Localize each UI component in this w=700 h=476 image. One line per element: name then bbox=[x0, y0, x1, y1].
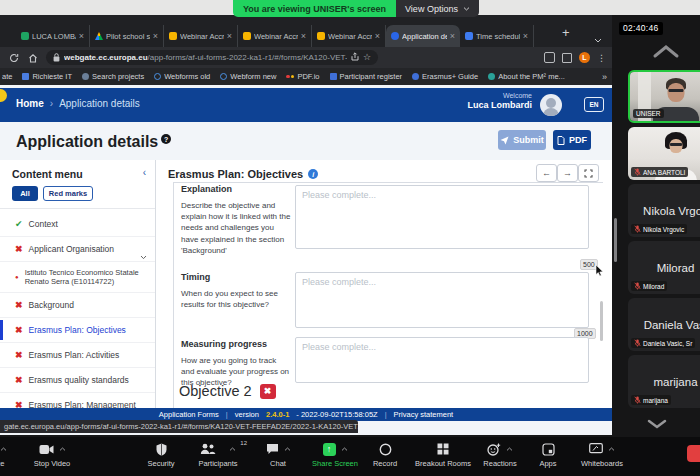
bookmark-item[interactable]: Richieste IT bbox=[22, 72, 72, 81]
close-icon[interactable]: × bbox=[227, 31, 232, 41]
bookmark-item[interactable]: PDF.io bbox=[286, 72, 319, 81]
whiteboards-button[interactable]: Whiteboards bbox=[570, 442, 634, 468]
participant-tile-nikola[interactable]: Nikola Vrgov Nikola Vrgovic bbox=[628, 184, 700, 237]
language-selector[interactable]: EN bbox=[584, 97, 604, 112]
close-icon[interactable]: × bbox=[301, 31, 306, 41]
tab-search-chevron-icon[interactable] bbox=[594, 29, 602, 47]
bookmark-item[interactable]: About the PM² me... bbox=[488, 72, 565, 81]
record-button[interactable]: Record bbox=[355, 442, 415, 468]
close-icon[interactable]: × bbox=[79, 31, 84, 41]
privacy-statement-link[interactable]: Privacy statement bbox=[394, 410, 454, 419]
sidebar-item-context[interactable]: ✔ Context bbox=[0, 212, 156, 237]
bookmarks-overflow[interactable]: » bbox=[602, 72, 607, 82]
sidebar-item-applicant-organisation[interactable]: ✖ Applicant Organisation bbox=[0, 237, 156, 262]
shared-browser-window: LUCA LOMBAR × Pilot school se × Webinar … bbox=[0, 15, 612, 435]
tab-time-schedule[interactable]: Time schedule × bbox=[460, 25, 534, 47]
pdf-button[interactable]: PDF bbox=[553, 130, 591, 150]
info-icon[interactable]: i bbox=[308, 169, 318, 179]
filter-all-button[interactable]: All bbox=[12, 186, 38, 201]
chevron-up-icon[interactable] bbox=[229, 447, 236, 451]
tab-webinar-1[interactable]: Webinar Accre × bbox=[164, 25, 238, 47]
bookmarks-bar: ate Richieste IT Search projects Webform… bbox=[0, 68, 612, 85]
collapse-videos-chevron-icon[interactable] bbox=[651, 43, 681, 63]
tab-luca-lombardi[interactable]: LUCA LOMBAR × bbox=[16, 25, 90, 47]
bookmark-item[interactable]: Search projects bbox=[82, 72, 144, 81]
chevron-up-icon[interactable] bbox=[608, 447, 615, 451]
measuring-progress-textarea[interactable] bbox=[295, 337, 589, 383]
timing-textarea[interactable] bbox=[295, 272, 589, 328]
profile-avatar[interactable]: L bbox=[579, 52, 590, 63]
chevron-up-icon[interactable] bbox=[284, 447, 291, 451]
expand-icon[interactable] bbox=[578, 164, 599, 182]
breadcrumb-separator-icon: › bbox=[50, 98, 53, 109]
previous-section-button[interactable]: ← bbox=[536, 164, 557, 182]
stop-video-button[interactable]: Stop Video bbox=[22, 442, 82, 468]
chevron-up-icon[interactable] bbox=[0, 447, 7, 451]
close-icon[interactable]: × bbox=[523, 31, 528, 41]
form-scrollbar[interactable] bbox=[600, 301, 603, 341]
sidebar-item-erasmus-management[interactable]: ✖ Erasmus Plan: Management bbox=[0, 393, 156, 408]
separator: | bbox=[226, 410, 228, 419]
home-icon[interactable] bbox=[28, 49, 38, 67]
bookmark-favicon bbox=[488, 73, 495, 80]
user-name: Luca Lombardi bbox=[467, 100, 532, 110]
participant-tile-ana[interactable]: ANA BARTOLI bbox=[628, 127, 700, 180]
user-avatar[interactable] bbox=[540, 94, 562, 116]
end-meeting-button[interactable] bbox=[687, 445, 700, 462]
explanation-textarea[interactable] bbox=[295, 185, 589, 249]
tab-webinar-3[interactable]: Webinar Accre × bbox=[312, 25, 386, 47]
participant-name-label: Nikola Vrgovic bbox=[631, 224, 687, 234]
breakout-rooms-button[interactable]: Breakout Rooms bbox=[408, 442, 478, 468]
bookmark-item[interactable]: Webform new bbox=[220, 72, 276, 81]
bookmark-star-icon[interactable]: ☆ bbox=[363, 53, 371, 62]
tab-application-details[interactable]: Application de × bbox=[386, 25, 460, 47]
browser-menu-icon[interactable]: ⋮ bbox=[597, 53, 606, 63]
view-options-button[interactable]: View Options bbox=[396, 0, 479, 17]
apps-button[interactable]: Apps bbox=[518, 442, 578, 468]
submit-button[interactable]: Submit bbox=[498, 130, 546, 150]
reload-icon[interactable] bbox=[9, 49, 19, 67]
sidebar-item-erasmus-objectives[interactable]: ✖ Erasmus Plan: Objectives bbox=[0, 318, 156, 343]
more-participants-chevron-icon[interactable] bbox=[646, 415, 668, 433]
bookmark-item[interactable]: Participant register bbox=[330, 72, 403, 81]
participants-scrollbar[interactable] bbox=[614, 218, 617, 262]
bookmark-item[interactable]: ate bbox=[2, 72, 12, 81]
close-icon[interactable]: × bbox=[450, 31, 455, 41]
participant-tile-milorad[interactable]: Milorad Milorad bbox=[628, 241, 700, 294]
participant-tile-uniser[interactable]: UNISER bbox=[628, 70, 700, 123]
bookmark-item[interactable]: Webforms old bbox=[154, 72, 210, 81]
share-page-icon[interactable] bbox=[351, 52, 359, 63]
collapse-menu-icon[interactable]: ‹ bbox=[143, 167, 146, 178]
bookmark-item[interactable]: Erasmus+ Guide bbox=[412, 72, 478, 81]
next-section-button[interactable]: → bbox=[557, 164, 578, 182]
participant-name-label: UNISER bbox=[633, 109, 664, 118]
browser-address-bar: webgate.ec.europa.eu/app-forms/af-ui-for… bbox=[0, 47, 612, 68]
delete-objective-button[interactable]: ✖ bbox=[260, 384, 276, 399]
breadcrumb-home[interactable]: Home bbox=[16, 98, 44, 109]
sidepanel-icon[interactable] bbox=[562, 53, 572, 63]
tab-pilot-school[interactable]: Pilot school se × bbox=[90, 25, 164, 47]
help-icon[interactable]: ? bbox=[161, 134, 171, 144]
filter-red-marks-button[interactable]: Red marks bbox=[43, 186, 93, 201]
chevron-up-icon[interactable] bbox=[506, 447, 513, 451]
tab-webinar-2[interactable]: Webinar Accre × bbox=[238, 25, 312, 47]
sidebar-item-erasmus-activities[interactable]: ✖ Erasmus Plan: Activities bbox=[0, 343, 156, 368]
participant-tile-daniela[interactable]: Daniela Vasi Daniela Vasic, Sr bbox=[628, 298, 700, 351]
chat-button[interactable]: Chat bbox=[248, 442, 308, 468]
sidebar-item-background[interactable]: ✖ Background bbox=[0, 293, 156, 318]
participants-button[interactable]: 12 Participants bbox=[188, 442, 248, 468]
security-button[interactable]: Security bbox=[131, 442, 191, 468]
participant-tile-marijana[interactable]: marijana marijana bbox=[628, 355, 700, 408]
close-icon[interactable]: × bbox=[153, 31, 158, 41]
extensions-icon[interactable] bbox=[544, 52, 555, 63]
divider bbox=[0, 208, 156, 209]
notification-dot bbox=[0, 89, 7, 102]
url-field[interactable]: webgate.ec.europa.eu/app-forms/af-ui-for… bbox=[46, 50, 378, 65]
sidebar-item-istituto[interactable]: ● Istituto Tecnico Economico Statale Ren… bbox=[0, 262, 156, 293]
breadcrumb-current: Application details bbox=[59, 98, 140, 109]
sidebar-item-quality-standards[interactable]: ✖ Erasmus quality standards bbox=[0, 368, 156, 393]
chevron-up-icon[interactable] bbox=[341, 447, 348, 451]
chevron-up-icon[interactable] bbox=[59, 447, 66, 451]
new-tab-button[interactable]: + bbox=[562, 26, 570, 39]
close-icon[interactable]: × bbox=[375, 31, 380, 41]
